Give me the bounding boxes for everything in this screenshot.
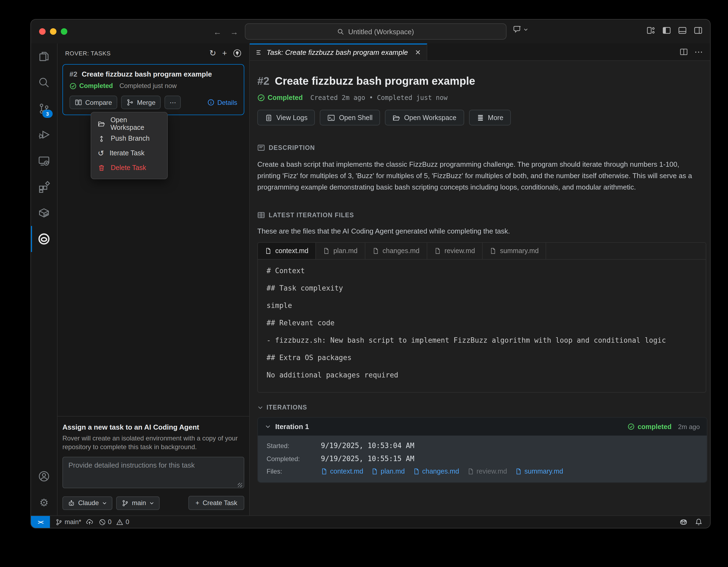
editor-more-actions-icon[interactable]: ⋯ [694,47,703,57]
file-link-plan[interactable]: plan.md [371,468,405,475]
task-card[interactable]: #2 Create fizzbuzz bash program example … [62,64,244,115]
file-tab-review[interactable]: review.md [427,243,483,259]
list-icon [256,49,263,56]
split-editor-icon[interactable] [680,48,688,56]
file-tab-plan[interactable]: plan.md [316,243,365,259]
file-link-label: changes.md [422,468,459,475]
containers-view-button[interactable] [31,200,57,226]
command-center-search[interactable]: Untitled (Workspace) [245,23,507,40]
minimize-window-button[interactable] [50,28,56,35]
error-icon [99,518,106,525]
task-instructions-input[interactable] [62,457,244,488]
task-detail-view: #2 Create fizzbuzz bash program example … [250,61,710,515]
menu-item-delete-task[interactable]: Delete Task [91,160,167,175]
new-task-description: Rover will create an isolated environmen… [62,434,244,451]
toggle-primary-sidebar-icon[interactable] [662,26,671,35]
git-merge-icon [127,99,134,106]
activity-bar: 3 [31,43,58,515]
iteration-header[interactable]: Iteration 1 completed 2m ago [258,418,707,436]
git-branch-icon [55,518,62,525]
explorer-view-button[interactable] [31,43,57,69]
task-more-actions-button[interactable]: ⋯ [165,96,181,109]
rover-icon [37,232,50,245]
window-controls [39,28,67,35]
latest-files-heading: LATEST ITERATION FILES [269,212,354,218]
agent-select[interactable]: Claude [62,496,112,510]
menu-item-push-branch[interactable]: Push Branch [91,131,167,145]
search-icon [337,28,344,35]
refresh-icon[interactable]: ↻ [209,49,216,57]
menu-item-label: Open Workspace [110,116,161,131]
menu-item-iterate-task[interactable]: ↺ Iterate Task [91,145,167,160]
menu-item-label: Push Branch [111,134,150,142]
run-debug-icon [38,129,50,141]
remote-icon: >< [38,519,43,525]
iterations-heading: ITERATIONS [267,404,307,411]
customize-layout-icon[interactable] [647,26,655,35]
accounts-button[interactable] [31,463,57,489]
copilot-menu-button[interactable] [513,25,528,34]
rover-view-button[interactable] [31,226,57,252]
branch-select[interactable]: main [116,496,160,510]
file-tab-changes[interactable]: changes.md [365,243,427,259]
extensions-view-button[interactable] [31,174,57,200]
chevron-down-icon [265,424,271,430]
task-editor-tab[interactable]: Task: Create fizzbuzz bash program examp… [250,43,428,60]
iterate-icon: ↺ [98,149,104,157]
title-bar: ← → Untitled (Workspace) [31,20,710,43]
github-icon[interactable] [233,49,242,57]
bell-icon[interactable] [695,518,702,526]
iterations-section-header[interactable]: ITERATIONS [257,404,704,411]
extensions-icon [38,181,50,193]
details-link[interactable]: Details [208,99,237,106]
run-debug-view-button[interactable] [31,122,57,148]
chevron-down-icon [149,501,154,505]
vscode-window: ← → Untitled (Workspace) [30,19,711,528]
started-value: 9/19/2025, 10:53:04 AM [321,442,414,450]
settings-button[interactable]: ⚙ [31,489,57,515]
menu-item-open-workspace[interactable]: Open Workspace [91,116,167,131]
search-view-button[interactable] [31,69,57,96]
file-link-summary[interactable]: summary.md [515,468,563,475]
markdown-line: - fizzbuzz.sh: New bash script to implem… [267,336,697,344]
toggle-secondary-sidebar-icon[interactable] [694,26,702,35]
file-icon [372,248,379,254]
back-icon[interactable]: ← [213,27,221,36]
view-logs-button[interactable]: View Logs [257,110,315,125]
add-task-icon[interactable]: + [222,49,227,57]
close-window-button[interactable] [39,28,46,35]
source-control-view-button[interactable]: 3 [31,96,57,122]
merge-button[interactable]: Merge [121,96,161,109]
file-icon [515,468,522,475]
problems-status-item[interactable]: 0 0 [99,518,129,526]
status-bar: >< main* 0 0 [31,515,710,528]
close-tab-icon[interactable]: ✕ [415,48,421,56]
list-flat-icon [476,114,484,121]
open-shell-button[interactable]: Open Shell [320,110,380,125]
trash-icon [98,164,105,171]
markdown-line: simple [267,302,697,310]
remote-indicator[interactable]: >< [31,516,50,528]
toggle-panel-icon[interactable] [678,26,687,35]
open-workspace-button[interactable]: Open Workspace [385,110,464,125]
file-tab-summary[interactable]: summary.md [483,243,546,259]
chevron-down-icon [102,501,107,505]
new-task-form: Assign a new task to an AI Coding Agent … [58,416,249,515]
file-tab-label: plan.md [333,247,357,255]
new-task-heading: Assign a new task to an AI Coding Agent [62,423,244,431]
branch-name: main* [65,518,81,526]
file-link-changes[interactable]: changes.md [413,468,459,475]
more-button[interactable]: More [469,110,511,125]
forward-icon[interactable]: → [230,27,238,36]
create-task-button[interactable]: + Create Task [188,496,244,510]
copilot-icon[interactable] [679,518,688,526]
remote-explorer-view-button[interactable] [31,148,57,174]
maximize-window-button[interactable] [61,28,67,35]
file-link-context[interactable]: context.md [321,468,363,475]
file-tab-context[interactable]: context.md [258,243,316,259]
status-badge: Completed [268,94,303,102]
file-icon [323,248,330,254]
check-circle-icon [628,423,635,430]
compare-button[interactable]: Compare [69,96,118,109]
branch-status-item[interactable]: main* [55,518,93,526]
